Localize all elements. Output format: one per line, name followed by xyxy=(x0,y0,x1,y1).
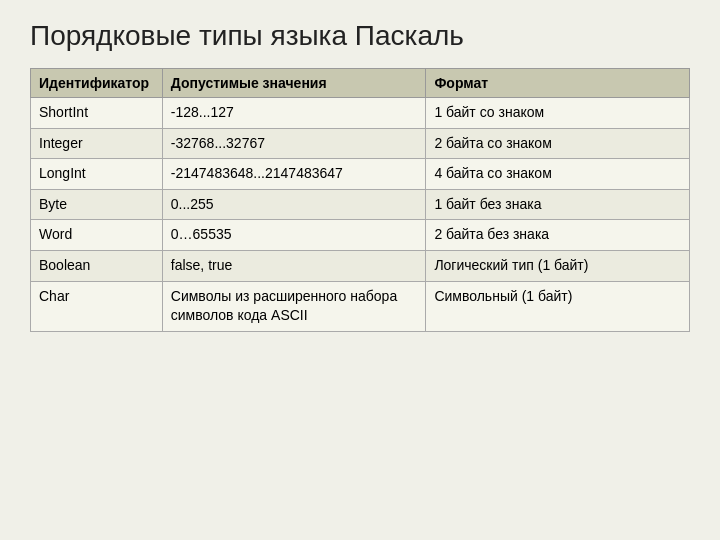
cell-identifier: Boolean xyxy=(31,250,163,281)
table-row: CharСимволы из расширенного набора симво… xyxy=(31,281,690,331)
types-table: Иден­ти­фикатор Допустимые значения Форм… xyxy=(30,68,690,332)
header-identifier: Иден­ти­фикатор xyxy=(31,69,163,98)
header-values: Допустимые значения xyxy=(162,69,426,98)
cell-values: -2147483648...2147483647 xyxy=(162,159,426,190)
cell-format: Символьный (1 байт) xyxy=(426,281,690,331)
table-row: ShortInt-128...1271 байт со знаком xyxy=(31,98,690,129)
cell-format: 1 байт без знака xyxy=(426,189,690,220)
table-header-row: Иден­ти­фикатор Допустимые значения Форм… xyxy=(31,69,690,98)
cell-format: Логический тип (1 байт) xyxy=(426,250,690,281)
cell-values: 0…65535 xyxy=(162,220,426,251)
cell-identifier: Word xyxy=(31,220,163,251)
cell-format: 1 байт со знаком xyxy=(426,98,690,129)
table-row: Integer-32768...327672 байта со знаком xyxy=(31,128,690,159)
cell-values: -32768...32767 xyxy=(162,128,426,159)
cell-format: 4 байта со знаком xyxy=(426,159,690,190)
cell-identifier: ShortInt xyxy=(31,98,163,129)
cell-format: 2 байта без знака xyxy=(426,220,690,251)
header-format: Формат xyxy=(426,69,690,98)
cell-format: 2 байта со знаком xyxy=(426,128,690,159)
cell-identifier: Byte xyxy=(31,189,163,220)
cell-identifier: LongInt xyxy=(31,159,163,190)
cell-values: 0...255 xyxy=(162,189,426,220)
cell-values: Символы из расширенного набора символов … xyxy=(162,281,426,331)
page-title: Порядковые типы языка Паскаль xyxy=(30,20,690,52)
table-row: Byte0...2551 байт без знака xyxy=(31,189,690,220)
cell-identifier: Char xyxy=(31,281,163,331)
table-row: LongInt-2147483648...21474836474 байта с… xyxy=(31,159,690,190)
cell-identifier: Integer xyxy=(31,128,163,159)
table-row: Booleanfalse, trueЛогический тип (1 байт… xyxy=(31,250,690,281)
table-row: Word0…655352 байта без знака xyxy=(31,220,690,251)
cell-values: false, true xyxy=(162,250,426,281)
cell-values: -128...127 xyxy=(162,98,426,129)
